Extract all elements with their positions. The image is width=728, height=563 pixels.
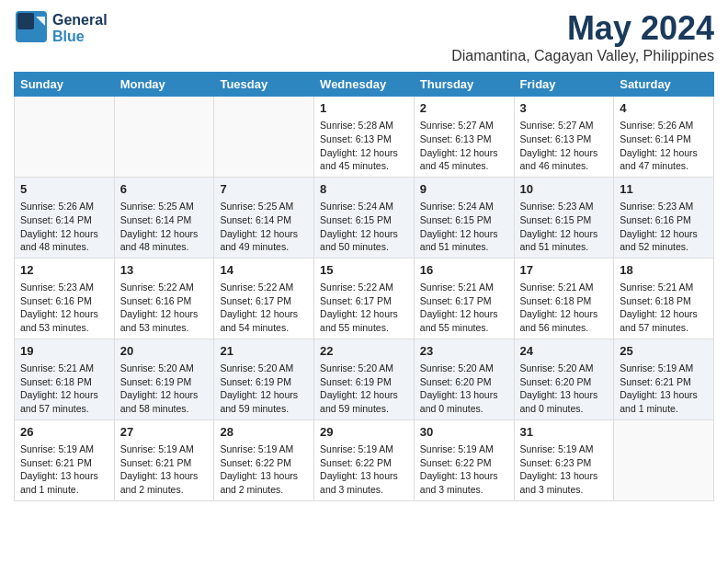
day-number: 16 bbox=[420, 262, 508, 279]
calendar-cell: 8Sunrise: 5:24 AM Sunset: 6:15 PM Daylig… bbox=[314, 177, 415, 258]
day-info: Sunrise: 5:26 AM Sunset: 6:14 PM Dayligh… bbox=[20, 200, 108, 254]
header-monday: Monday bbox=[114, 73, 214, 97]
calendar-table: SundayMondayTuesdayWednesdayThursdayFrid… bbox=[14, 72, 714, 501]
day-info: Sunrise: 5:20 AM Sunset: 6:19 PM Dayligh… bbox=[220, 362, 308, 416]
day-info: Sunrise: 5:19 AM Sunset: 6:21 PM Dayligh… bbox=[120, 442, 209, 497]
day-number: 11 bbox=[620, 181, 708, 198]
day-info: Sunrise: 5:22 AM Sunset: 6:17 PM Dayligh… bbox=[320, 281, 408, 335]
main-title: May 2024 bbox=[451, 9, 714, 48]
day-info: Sunrise: 5:22 AM Sunset: 6:17 PM Dayligh… bbox=[220, 281, 308, 335]
calendar-cell: 23Sunrise: 5:20 AM Sunset: 6:20 PM Dayli… bbox=[414, 339, 514, 419]
header-row: SundayMondayTuesdayWednesdayThursdayFrid… bbox=[15, 73, 714, 97]
calendar-cell: 11Sunrise: 5:23 AM Sunset: 6:16 PM Dayli… bbox=[614, 177, 714, 258]
day-number: 7 bbox=[220, 181, 308, 198]
day-info: Sunrise: 5:19 AM Sunset: 6:21 PM Dayligh… bbox=[20, 442, 108, 497]
day-info: Sunrise: 5:21 AM Sunset: 6:18 PM Dayligh… bbox=[520, 281, 609, 335]
day-info: Sunrise: 5:20 AM Sunset: 6:19 PM Dayligh… bbox=[120, 362, 209, 416]
calendar-cell: 27Sunrise: 5:19 AM Sunset: 6:21 PM Dayli… bbox=[114, 419, 214, 500]
calendar-cell bbox=[614, 419, 714, 500]
calendar-cell bbox=[114, 97, 214, 178]
calendar-cell: 21Sunrise: 5:20 AM Sunset: 6:19 PM Dayli… bbox=[214, 339, 314, 419]
header-wednesday: Wednesday bbox=[314, 73, 415, 97]
day-number: 23 bbox=[420, 343, 508, 360]
day-info: Sunrise: 5:25 AM Sunset: 6:14 PM Dayligh… bbox=[120, 200, 209, 254]
day-info: Sunrise: 5:21 AM Sunset: 6:18 PM Dayligh… bbox=[620, 281, 708, 335]
day-info: Sunrise: 5:22 AM Sunset: 6:16 PM Dayligh… bbox=[120, 281, 209, 335]
day-info: Sunrise: 5:21 AM Sunset: 6:18 PM Dayligh… bbox=[20, 362, 108, 416]
calendar-cell bbox=[214, 97, 314, 178]
day-number: 21 bbox=[220, 343, 308, 360]
header-tuesday: Tuesday bbox=[214, 73, 314, 97]
calendar-cell: 16Sunrise: 5:21 AM Sunset: 6:17 PM Dayli… bbox=[414, 258, 514, 339]
day-info: Sunrise: 5:23 AM Sunset: 6:16 PM Dayligh… bbox=[20, 281, 108, 335]
day-info: Sunrise: 5:19 AM Sunset: 6:23 PM Dayligh… bbox=[520, 442, 609, 497]
calendar-cell: 4Sunrise: 5:26 AM Sunset: 6:14 PM Daylig… bbox=[614, 97, 714, 178]
calendar-cell: 13Sunrise: 5:22 AM Sunset: 6:16 PM Dayli… bbox=[114, 258, 214, 339]
day-number: 5 bbox=[20, 181, 108, 198]
calendar-cell: 6Sunrise: 5:25 AM Sunset: 6:14 PM Daylig… bbox=[114, 177, 214, 258]
day-number: 8 bbox=[320, 181, 408, 198]
week-row-5: 26Sunrise: 5:19 AM Sunset: 6:21 PM Dayli… bbox=[15, 419, 714, 500]
day-number: 30 bbox=[420, 424, 508, 441]
day-info: Sunrise: 5:19 AM Sunset: 6:22 PM Dayligh… bbox=[420, 442, 508, 497]
calendar-cell: 28Sunrise: 5:19 AM Sunset: 6:22 PM Dayli… bbox=[214, 419, 314, 500]
day-info: Sunrise: 5:19 AM Sunset: 6:22 PM Dayligh… bbox=[220, 442, 308, 497]
day-number: 9 bbox=[420, 181, 508, 198]
day-number: 1 bbox=[320, 100, 408, 117]
day-info: Sunrise: 5:25 AM Sunset: 6:14 PM Dayligh… bbox=[220, 200, 308, 254]
calendar-cell: 5Sunrise: 5:26 AM Sunset: 6:14 PM Daylig… bbox=[15, 177, 115, 258]
day-number: 3 bbox=[520, 100, 609, 117]
calendar-cell: 26Sunrise: 5:19 AM Sunset: 6:21 PM Dayli… bbox=[15, 419, 115, 500]
day-number: 14 bbox=[220, 262, 308, 279]
day-info: Sunrise: 5:28 AM Sunset: 6:13 PM Dayligh… bbox=[320, 119, 408, 173]
day-number: 2 bbox=[420, 100, 508, 117]
day-info: Sunrise: 5:19 AM Sunset: 6:21 PM Dayligh… bbox=[620, 362, 708, 416]
header: General Blue May 2024 Diamantina, Cagaya… bbox=[14, 9, 714, 64]
day-info: Sunrise: 5:19 AM Sunset: 6:22 PM Dayligh… bbox=[320, 442, 408, 497]
page: General Blue May 2024 Diamantina, Cagaya… bbox=[0, 0, 728, 511]
calendar-cell: 14Sunrise: 5:22 AM Sunset: 6:17 PM Dayli… bbox=[214, 258, 314, 339]
calendar-cell: 31Sunrise: 5:19 AM Sunset: 6:23 PM Dayli… bbox=[514, 419, 614, 500]
day-info: Sunrise: 5:20 AM Sunset: 6:20 PM Dayligh… bbox=[520, 362, 609, 416]
day-info: Sunrise: 5:26 AM Sunset: 6:14 PM Dayligh… bbox=[620, 119, 708, 173]
day-number: 25 bbox=[620, 343, 708, 360]
day-number: 29 bbox=[320, 424, 408, 441]
day-number: 28 bbox=[220, 424, 308, 441]
calendar-cell: 12Sunrise: 5:23 AM Sunset: 6:16 PM Dayli… bbox=[15, 258, 115, 339]
calendar-cell: 22Sunrise: 5:20 AM Sunset: 6:19 PM Dayli… bbox=[314, 339, 415, 419]
header-friday: Friday bbox=[514, 73, 614, 97]
week-row-3: 12Sunrise: 5:23 AM Sunset: 6:16 PM Dayli… bbox=[15, 258, 714, 339]
day-info: Sunrise: 5:23 AM Sunset: 6:15 PM Dayligh… bbox=[520, 200, 609, 254]
calendar-cell: 9Sunrise: 5:24 AM Sunset: 6:15 PM Daylig… bbox=[414, 177, 514, 258]
svg-rect-2 bbox=[17, 13, 34, 29]
day-number: 12 bbox=[20, 262, 108, 279]
day-number: 18 bbox=[620, 262, 708, 279]
header-sunday: Sunday bbox=[15, 73, 115, 97]
week-row-2: 5Sunrise: 5:26 AM Sunset: 6:14 PM Daylig… bbox=[15, 177, 714, 258]
calendar-cell: 29Sunrise: 5:19 AM Sunset: 6:22 PM Dayli… bbox=[314, 419, 415, 500]
day-number: 17 bbox=[520, 262, 609, 279]
subtitle: Diamantina, Cagayan Valley, Philippines bbox=[451, 48, 714, 64]
day-number: 6 bbox=[120, 181, 209, 198]
day-number: 19 bbox=[20, 343, 108, 360]
day-info: Sunrise: 5:23 AM Sunset: 6:16 PM Dayligh… bbox=[620, 200, 708, 254]
title-block: May 2024 Diamantina, Cagayan Valley, Phi… bbox=[451, 9, 714, 64]
calendar-cell: 18Sunrise: 5:21 AM Sunset: 6:18 PM Dayli… bbox=[614, 258, 714, 339]
header-thursday: Thursday bbox=[414, 73, 514, 97]
day-info: Sunrise: 5:20 AM Sunset: 6:20 PM Dayligh… bbox=[420, 362, 508, 416]
calendar-cell: 24Sunrise: 5:20 AM Sunset: 6:20 PM Dayli… bbox=[514, 339, 614, 419]
calendar-cell: 2Sunrise: 5:27 AM Sunset: 6:13 PM Daylig… bbox=[414, 97, 514, 178]
day-number: 31 bbox=[520, 424, 609, 441]
calendar-cell: 3Sunrise: 5:27 AM Sunset: 6:13 PM Daylig… bbox=[514, 97, 614, 178]
calendar-cell: 19Sunrise: 5:21 AM Sunset: 6:18 PM Dayli… bbox=[15, 339, 115, 419]
calendar-cell: 7Sunrise: 5:25 AM Sunset: 6:14 PM Daylig… bbox=[214, 177, 314, 258]
day-number: 27 bbox=[120, 424, 209, 441]
day-info: Sunrise: 5:27 AM Sunset: 6:13 PM Dayligh… bbox=[420, 119, 508, 173]
calendar-cell: 10Sunrise: 5:23 AM Sunset: 6:15 PM Dayli… bbox=[514, 177, 614, 258]
header-saturday: Saturday bbox=[614, 73, 714, 97]
calendar-cell: 30Sunrise: 5:19 AM Sunset: 6:22 PM Dayli… bbox=[414, 419, 514, 500]
week-row-1: 1Sunrise: 5:28 AM Sunset: 6:13 PM Daylig… bbox=[15, 97, 714, 178]
day-number: 15 bbox=[320, 262, 408, 279]
logo-icon bbox=[14, 9, 49, 44]
week-row-4: 19Sunrise: 5:21 AM Sunset: 6:18 PM Dayli… bbox=[15, 339, 714, 419]
